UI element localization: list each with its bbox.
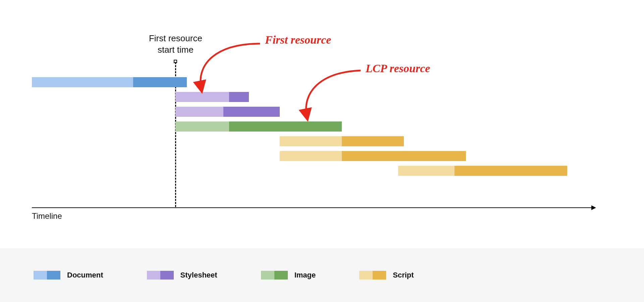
annotation-lcp-resource: LCP resource: [366, 62, 430, 75]
bar-row: [32, 151, 609, 161]
bar-row: [32, 166, 609, 176]
bar-segment-light: [175, 121, 229, 132]
arrow-first-resource-icon: [176, 40, 263, 94]
bar-row: [32, 136, 609, 146]
bar-segment-dark: [229, 121, 342, 132]
legend: DocumentStylesheetImageScript: [0, 248, 644, 302]
legend-swatch-icon: [359, 271, 386, 280]
timeline-axis-label: Timeline: [32, 211, 62, 221]
legend-label: Script: [393, 271, 414, 280]
legend-item: Document: [34, 271, 103, 280]
bar-segment-light: [32, 77, 133, 87]
bar-segment-dark: [342, 151, 466, 161]
bar-segment-dark: [454, 166, 567, 176]
legend-swatch-icon: [261, 271, 288, 280]
annotation-first-resource: First resource: [265, 34, 331, 46]
bar-segment-light: [175, 107, 223, 117]
legend-item: Stylesheet: [147, 271, 217, 280]
bar-segment-light: [398, 166, 454, 176]
legend-label: Document: [67, 271, 103, 280]
bar-segment-light: [280, 136, 342, 146]
waterfall-chart: First resource start time First resource…: [32, 23, 609, 218]
bar-segment-light: [280, 151, 342, 161]
legend-label: Stylesheet: [180, 271, 217, 280]
legend-item: Script: [359, 271, 414, 280]
legend-label: Image: [294, 271, 316, 280]
legend-swatch-icon: [34, 271, 60, 280]
bar-segment-dark: [342, 136, 404, 146]
legend-item: Image: [261, 271, 316, 280]
legend-swatch-icon: [147, 271, 174, 280]
arrow-lcp-resource-icon: [283, 67, 371, 121]
bar-row: [32, 121, 609, 132]
timeline-axis: [32, 207, 595, 208]
bar-segment-dark: [223, 107, 280, 117]
